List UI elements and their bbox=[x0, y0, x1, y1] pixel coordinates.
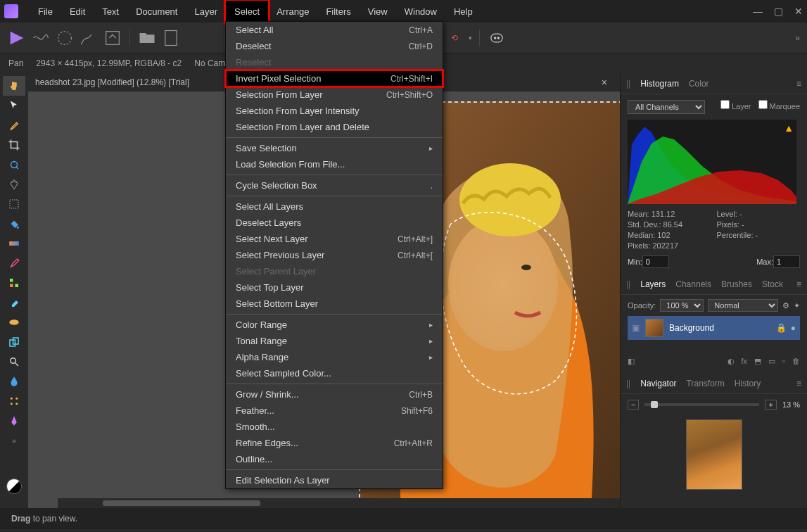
layer-checkbox[interactable]: Layer bbox=[720, 100, 751, 110]
snapping-icon[interactable]: ⟲ bbox=[445, 28, 464, 48]
menu-item-select-sampled-color-[interactable]: Select Sampled Color... bbox=[226, 365, 443, 381]
menu-item-save-selection[interactable]: Save Selection bbox=[226, 140, 443, 156]
menu-edit[interactable]: Edit bbox=[61, 1, 94, 23]
dot-icon[interactable]: ● bbox=[791, 323, 796, 333]
hist-max-input[interactable] bbox=[773, 255, 800, 268]
tab-history[interactable]: History bbox=[735, 379, 761, 388]
menu-select[interactable]: Select bbox=[226, 1, 268, 23]
horizontal-scrollbar[interactable] bbox=[58, 498, 620, 508]
document-tab[interactable]: headshot 23.jpg [Modified] (12.8%) [Tria… bbox=[35, 77, 189, 87]
color-swatch[interactable] bbox=[6, 479, 22, 494]
pixel-tool[interactable] bbox=[3, 273, 25, 293]
liquify-icon[interactable] bbox=[31, 28, 51, 48]
close-button[interactable]: ✕ bbox=[794, 6, 803, 17]
minimize-button[interactable]: — bbox=[753, 6, 763, 17]
menu-item-color-range[interactable]: Color Range bbox=[226, 317, 443, 333]
menu-item-outline-[interactable]: Outline... bbox=[226, 451, 443, 467]
menu-item-selection-from-layer[interactable]: Selection From LayerCtrl+Shift+O bbox=[226, 87, 443, 103]
tonemap-icon[interactable] bbox=[79, 28, 99, 48]
menu-item-selection-from-layer-intensity[interactable]: Selection From Layer Intensity bbox=[226, 103, 443, 119]
menu-layer[interactable]: Layer bbox=[186, 1, 226, 23]
panel-menu-icon[interactable]: ≡ bbox=[796, 279, 801, 289]
move-tool[interactable] bbox=[3, 96, 25, 115]
flood-fill-tool[interactable] bbox=[3, 214, 25, 234]
visibility-checkbox[interactable]: ▣ bbox=[632, 323, 640, 333]
opacity-select[interactable]: 100 % bbox=[660, 299, 704, 312]
menu-item-deselect-layers[interactable]: Deselect Layers bbox=[226, 215, 443, 231]
tab-close-button[interactable]: × bbox=[596, 77, 613, 88]
tab-channels[interactable]: Channels bbox=[675, 279, 711, 289]
tab-layers[interactable]: Layers bbox=[640, 279, 666, 289]
doc-icon[interactable] bbox=[161, 28, 181, 48]
maximize-button[interactable]: ▢ bbox=[774, 6, 783, 17]
menu-item-invert-pixel-selection[interactable]: Invert Pixel SelectionCtrl+Shift+I bbox=[226, 70, 443, 87]
menu-filters[interactable]: Filters bbox=[317, 1, 359, 23]
menu-item-selection-from-layer-and-delete[interactable]: Selection From Layer and Delete bbox=[226, 119, 443, 135]
export-icon[interactable] bbox=[103, 28, 122, 48]
menu-item-select-bottom-layer[interactable]: Select Bottom Layer bbox=[226, 296, 443, 312]
persona-icon[interactable] bbox=[7, 28, 27, 48]
lock-icon[interactable]: 🔒 bbox=[776, 323, 787, 333]
menu-arrange[interactable]: Arrange bbox=[268, 1, 317, 23]
color-picker-tool[interactable] bbox=[3, 115, 25, 135]
menu-text[interactable]: Text bbox=[94, 1, 127, 23]
marquee-tool[interactable] bbox=[3, 194, 25, 214]
hist-min-input[interactable] bbox=[642, 255, 669, 268]
menu-item-deselect[interactable]: DeselectCtrl+D bbox=[226, 38, 443, 54]
zoom-slider[interactable] bbox=[644, 403, 759, 406]
menu-document[interactable]: Document bbox=[127, 1, 186, 23]
menu-item-tonal-range[interactable]: Tonal Range bbox=[226, 333, 443, 349]
menu-item-select-top-layer[interactable]: Select Top Layer bbox=[226, 279, 443, 296]
menu-item-refine-edges-[interactable]: Refine Edges...Ctrl+Alt+R bbox=[226, 435, 443, 451]
tab-brushes[interactable]: Brushes bbox=[721, 279, 752, 289]
gear-icon[interactable]: ⚙ bbox=[782, 301, 789, 310]
menu-window[interactable]: Window bbox=[396, 1, 445, 23]
tab-navigator[interactable]: Navigator bbox=[640, 379, 676, 388]
tab-histogram[interactable]: Histogram bbox=[640, 79, 679, 89]
account-icon[interactable] bbox=[487, 28, 507, 48]
blend-mode-select[interactable]: Normal bbox=[708, 299, 778, 312]
menu-item-feather-[interactable]: Feather...Shift+F6 bbox=[226, 403, 443, 419]
mesh-warp-tool[interactable] bbox=[3, 391, 25, 411]
menu-view[interactable]: View bbox=[360, 1, 396, 23]
menu-item-select-all-layers[interactable]: Select All Layers bbox=[226, 198, 443, 215]
menu-item-select-next-layer[interactable]: Select Next LayerCtrl+Alt+] bbox=[226, 231, 443, 247]
clone-tool[interactable] bbox=[3, 332, 25, 352]
dropdown-caret-icon[interactable]: ▾ bbox=[469, 34, 472, 42]
pen-tool[interactable] bbox=[3, 411, 25, 431]
tab-transform[interactable]: Transform bbox=[687, 379, 725, 388]
open-icon[interactable] bbox=[137, 28, 157, 48]
menu-item-load-selection-from-file-[interactable]: Load Selection From File... bbox=[226, 156, 443, 172]
dodge-tool[interactable] bbox=[3, 352, 25, 372]
panel-menu-icon[interactable]: ≡ bbox=[796, 79, 801, 89]
develop-icon[interactable] bbox=[55, 28, 75, 48]
layer-row[interactable]: ▣ Background 🔒● bbox=[628, 316, 800, 340]
menu-item-cycle-selection-box[interactable]: Cycle Selection Box. bbox=[226, 177, 443, 194]
menu-item-grow-shrink-[interactable]: Grow / Shrink...Ctrl+B bbox=[226, 386, 443, 403]
channel-select[interactable]: All Channels bbox=[628, 100, 705, 114]
selection-brush-tool[interactable] bbox=[3, 155, 25, 175]
sponge-tool[interactable] bbox=[3, 312, 25, 332]
delete-layer-icon[interactable]: 🗑 bbox=[792, 357, 800, 366]
gradient-tool[interactable] bbox=[3, 234, 25, 253]
group-icon[interactable]: ▭ bbox=[768, 357, 775, 366]
toolbar-more-icon[interactable]: » bbox=[795, 33, 800, 43]
blur-tool[interactable] bbox=[3, 372, 25, 391]
add-layer-icon[interactable]: ▫ bbox=[782, 357, 785, 366]
more-tools[interactable]: » bbox=[3, 431, 25, 450]
crop-tool[interactable] bbox=[3, 135, 25, 155]
menu-file[interactable]: File bbox=[30, 1, 61, 23]
flood-select-tool[interactable] bbox=[3, 175, 25, 194]
pan-tool[interactable] bbox=[3, 76, 25, 96]
mask-icon[interactable]: ◧ bbox=[628, 357, 635, 366]
fx-button-icon[interactable]: fx bbox=[742, 357, 748, 366]
panel-menu-icon[interactable]: ≡ bbox=[796, 379, 801, 388]
menu-help[interactable]: Help bbox=[445, 1, 481, 23]
adjust-icon[interactable]: ◐ bbox=[727, 357, 735, 366]
menu-item-select-previous-layer[interactable]: Select Previous LayerCtrl+Alt+[ bbox=[226, 247, 443, 263]
paint-brush-tool[interactable] bbox=[3, 253, 25, 273]
marquee-checkbox[interactable]: Marquee bbox=[758, 100, 800, 110]
crop-layer-icon[interactable]: ⬒ bbox=[754, 357, 761, 366]
zoom-in-button[interactable]: + bbox=[765, 400, 776, 410]
menu-item-smooth-[interactable]: Smooth... bbox=[226, 419, 443, 435]
